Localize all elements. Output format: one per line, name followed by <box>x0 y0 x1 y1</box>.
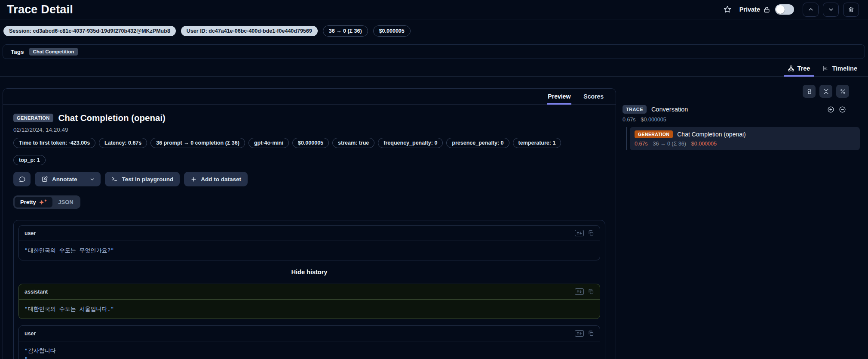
sparkles-icon: ✦✦ <box>39 199 47 205</box>
format-json-button[interactable]: JSON <box>52 197 79 207</box>
format-toggle: Pretty ✦✦ JSON <box>13 195 80 209</box>
next-trace-button[interactable] <box>823 3 839 17</box>
message-role: user <box>25 331 36 337</box>
observation-actions: Annotate Test in playground <box>13 172 605 186</box>
copy-icon[interactable] <box>588 230 594 236</box>
annotate-pencil-icon <box>41 176 48 183</box>
add-to-dataset-label: Add to dataset <box>201 176 241 183</box>
generation-latency: 0.67s <box>635 141 648 147</box>
generation-tokens: 36 → 0 (Σ 36) <box>653 141 686 147</box>
comments-button[interactable] <box>13 172 31 186</box>
top-bar: Trace Detail Private <box>0 0 868 19</box>
plus-icon <box>190 176 197 183</box>
session-badge[interactable]: Session: cd3abcd6-c81c-4037-935d-19d9f27… <box>3 26 176 36</box>
trash-icon <box>848 6 855 13</box>
markdown-toggle-icon[interactable] <box>575 230 584 236</box>
trace-tree-sidebar: TRACE Conversation 0.67s $0.000005 GENER… <box>623 85 860 150</box>
message-content: "대한민국의 수도는 서울입니다." <box>19 300 600 319</box>
playground-label: Test in playground <box>122 176 174 183</box>
trace-type-badge: TRACE <box>623 105 647 114</box>
token-usage-badge: 36 → 0 (Σ 36) <box>323 25 368 37</box>
delete-trace-button[interactable] <box>843 3 859 17</box>
comment-icon <box>18 176 26 183</box>
toggle-knob <box>776 5 785 14</box>
trace-meta-badges: Session: cd3abcd6-c81c-4037-935d-19d9f27… <box>3 25 411 37</box>
generation-title: Chat Completion (openai) <box>677 131 746 138</box>
message-content: "감사합니다 " <box>19 341 600 359</box>
metric-pill-top-p: top_p: 1 <box>13 155 46 165</box>
collapse-all-button[interactable] <box>819 85 832 98</box>
page-title: Trace Detail <box>7 3 73 16</box>
trace-title[interactable]: Conversation <box>651 106 688 113</box>
annotate-dropdown-button[interactable] <box>84 172 101 186</box>
hide-history-button[interactable]: Hide history <box>18 269 600 275</box>
star-icon <box>723 5 732 14</box>
observation-metrics: Time to first token: -423.00s Latency: 0… <box>13 138 605 165</box>
metric-pill-stream: stream: true <box>332 138 374 148</box>
metric-pill-tokens: 36 prompt → 0 completion (Σ 36) <box>150 138 245 148</box>
message-content: "대한민국의 수도는 무엇인가요?" <box>19 241 600 260</box>
tags-bar: Tags Chat Competition <box>3 44 865 59</box>
trace-root-row[interactable]: TRACE Conversation <box>623 105 860 114</box>
collapse-icon <box>823 88 829 95</box>
message-role: assistant <box>25 289 48 295</box>
trace-metrics: 0.67s $0.000005 <box>623 117 860 123</box>
chevron-down-icon <box>89 176 95 182</box>
copy-icon[interactable] <box>588 288 594 295</box>
messages-container: user "대한민국의 수도는 무엇인가요?" Hide history <box>13 220 605 359</box>
test-in-playground-button[interactable]: Test in playground <box>105 172 180 186</box>
tree-toolbar <box>623 85 860 98</box>
lock-icon <box>763 6 770 13</box>
percent-icon <box>840 88 846 95</box>
message-user-1: user "대한민국의 수도는 무엇인가요?" <box>18 225 600 260</box>
trace-latency: 0.67s <box>623 117 636 123</box>
metric-pill-model[interactable]: gpt-4o-mini <box>248 138 289 148</box>
terminal-icon <box>111 176 118 183</box>
message-assistant: assistant "대한민국의 수도는 서울입니다." <box>18 284 600 319</box>
timeline-icon <box>822 65 829 72</box>
metric-pill-ttft: Time to first token: -423.00s <box>13 138 95 148</box>
annotation-queue-button[interactable] <box>803 85 816 98</box>
bookmark-star-button[interactable] <box>723 5 732 14</box>
annotate-split-button: Annotate <box>35 172 101 186</box>
add-to-dataset-button[interactable]: Add to dataset <box>184 172 248 186</box>
generation-tree-row-selected[interactable]: GENERATION Chat Completion (openai) 0.67… <box>630 127 860 150</box>
generation-cost: $0.000005 <box>691 141 717 147</box>
message-user-2: user "감사합니다 " <box>18 325 600 359</box>
copy-icon[interactable] <box>588 330 594 337</box>
tab-scores[interactable]: Scores <box>583 90 604 105</box>
observation-timestamp: 02/12/2024, 14:20:49 <box>13 127 605 133</box>
tab-tree-label: Tree <box>797 65 810 72</box>
show-percentages-button[interactable] <box>836 85 849 98</box>
user-id-badge[interactable]: User ID: dc47a41e-06bc-400d-bde1-f0e440d… <box>181 26 318 36</box>
cost-badge: $0.000005 <box>373 25 411 37</box>
expand-all-icon[interactable] <box>827 106 834 113</box>
tab-preview[interactable]: Preview <box>547 90 571 105</box>
privacy-control: Private <box>739 4 794 15</box>
metric-pill-frequency-penalty: frequency_penalty: 0 <box>378 138 443 148</box>
public-share-toggle[interactable] <box>775 4 794 15</box>
tree-icon <box>788 65 794 72</box>
annotate-label: Annotate <box>52 176 77 183</box>
metric-pill-presence-penalty: presence_penalty: 0 <box>446 138 509 148</box>
tags-label: Tags <box>11 49 24 55</box>
json-label: JSON <box>58 199 73 205</box>
observation-panel: Preview Scores GENERATION Chat Completio… <box>3 88 616 359</box>
observation-title: Chat Completion (openai) <box>58 113 166 123</box>
panel-tabs: Preview Scores <box>3 89 616 105</box>
tab-timeline-label: Timeline <box>832 65 857 72</box>
previous-trace-button[interactable] <box>803 3 819 17</box>
message-role: user <box>25 230 36 236</box>
tag-chip[interactable]: Chat Competition <box>29 48 78 56</box>
tab-timeline[interactable]: Timeline <box>818 62 861 77</box>
privacy-label: Private <box>739 6 760 13</box>
markdown-toggle-icon[interactable] <box>575 288 584 295</box>
tree-connector-line <box>626 127 627 150</box>
observation-type-badge: GENERATION <box>13 114 53 122</box>
collapse-all-circle-icon[interactable] <box>839 106 846 113</box>
annotate-button[interactable]: Annotate <box>35 172 84 186</box>
format-pretty-button[interactable]: Pretty ✦✦ <box>15 197 52 207</box>
tab-tree[interactable]: Tree <box>784 62 814 77</box>
generation-type-badge: GENERATION <box>635 130 673 138</box>
markdown-toggle-icon[interactable] <box>575 330 584 337</box>
